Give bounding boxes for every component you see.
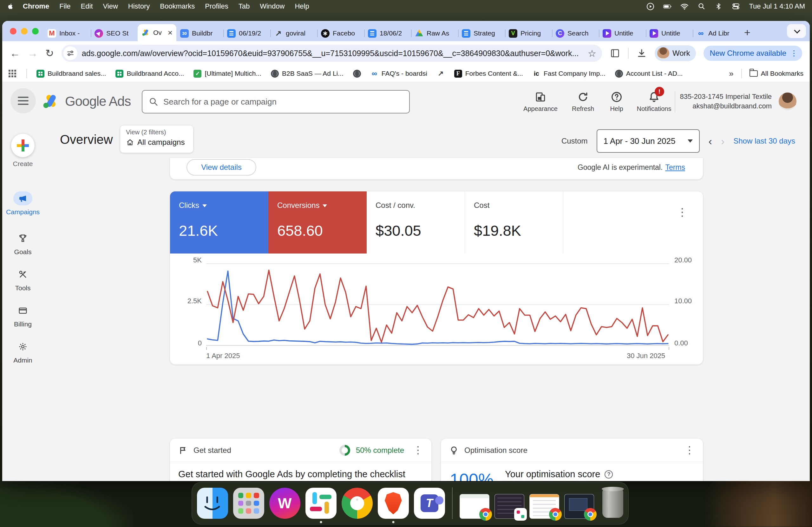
- help-circle-icon[interactable]: ?: [605, 470, 613, 479]
- sidebar-item-billing[interactable]: Billing: [2, 304, 43, 328]
- metric-card-conversions[interactable]: Conversions 658.60: [269, 192, 367, 254]
- menubar-app-name[interactable]: Chrome: [23, 2, 49, 11]
- battery-icon[interactable]: [663, 2, 671, 11]
- browser-tab-5[interactable]: ↗goviral: [270, 25, 317, 41]
- menubar-item-view[interactable]: View: [103, 2, 118, 11]
- dock-minimized-window-0[interactable]: [460, 488, 490, 519]
- bookmarks-overflow-button[interactable]: »: [729, 69, 733, 79]
- address-bar[interactable]: ads.google.com/aw/overview?ocid=10159670…: [61, 45, 602, 62]
- browser-tab-0[interactable]: MInbox -: [44, 25, 91, 41]
- browser-tab-4[interactable]: 06/19/2: [223, 25, 270, 41]
- new-tab-button[interactable]: +: [740, 26, 755, 41]
- account-info[interactable]: 835-203-1745 Imperial Textile akshat@bui…: [680, 92, 772, 111]
- view-details-button[interactable]: View details: [187, 159, 256, 176]
- chrome-update-pill[interactable]: New Chrome available ⋮: [704, 46, 802, 61]
- appearance-button[interactable]: Appearance: [520, 90, 561, 112]
- help-button[interactable]: Help: [596, 90, 637, 112]
- main-menu-button[interactable]: [11, 88, 36, 114]
- browser-tab-10[interactable]: VPricing: [505, 25, 552, 41]
- zoom-window-button[interactable]: [32, 28, 39, 34]
- all-bookmarks-button[interactable]: All Bookmarks: [750, 70, 803, 77]
- menubar-item-history[interactable]: History: [128, 2, 150, 11]
- dock-app-slack[interactable]: [305, 488, 336, 519]
- bookmark-item-5[interactable]: ∞FAQ's - boardsi: [371, 70, 427, 78]
- dock-app-chrome[interactable]: [342, 488, 373, 519]
- card-menu-icon[interactable]: ⋮: [413, 446, 423, 454]
- account-avatar[interactable]: [779, 92, 796, 110]
- terms-link[interactable]: Terms: [665, 163, 685, 172]
- google-ads-logo[interactable]: Google Ads: [42, 92, 131, 110]
- show-last-30-days-link[interactable]: Show last 30 days: [733, 137, 795, 146]
- menubar-item-window[interactable]: Window: [260, 2, 285, 11]
- bookmark-star-icon[interactable]: ☆: [588, 48, 596, 59]
- bookmark-item-8[interactable]: icFast Company Imp...: [533, 70, 606, 78]
- bookmark-item-3[interactable]: B2B SaaS — Ad Li...: [271, 70, 344, 78]
- metric-card-cost-per-conv[interactable]: Cost / conv. $30.05: [367, 192, 465, 254]
- browser-tab-9[interactable]: Strateg: [458, 25, 505, 41]
- menubar-item-edit[interactable]: Edit: [81, 2, 93, 11]
- control-center-icon[interactable]: [732, 2, 740, 11]
- profile-chip[interactable]: Work: [655, 45, 696, 61]
- dock-trash[interactable]: [602, 489, 623, 518]
- sidebar-item-campaigns[interactable]: Campaigns: [2, 192, 43, 216]
- browser-tab-14[interactable]: ∞Ad Libr: [693, 25, 740, 41]
- menubar-item-file[interactable]: File: [59, 2, 70, 11]
- bookmark-item-4[interactable]: [353, 70, 361, 78]
- browser-tab-3[interactable]: 30Buildbr: [176, 25, 223, 41]
- back-button[interactable]: ←: [10, 47, 20, 59]
- dock-app-finder[interactable]: [197, 488, 228, 519]
- dock-app-brave[interactable]: [378, 488, 409, 519]
- dock-minimized-window-1[interactable]: [494, 488, 524, 519]
- tab-search-button[interactable]: [787, 24, 806, 38]
- bookmark-item-0[interactable]: Buildbraand sales...: [37, 70, 106, 78]
- metric-card-cost[interactable]: Cost $19.8K: [465, 192, 563, 254]
- browser-tab-6[interactable]: ∗Facebo: [317, 25, 364, 41]
- browser-tab-1[interactable]: SEO St: [91, 25, 137, 41]
- dock-app-launchpad[interactable]: [233, 488, 264, 519]
- sidebar-item-goals[interactable]: Goals: [2, 231, 43, 256]
- bookmark-item-2[interactable]: ✓[Ultimate] Multich...: [193, 70, 261, 78]
- browser-tab-12[interactable]: Untitle: [599, 25, 646, 41]
- dock-app-wondershare[interactable]: W: [269, 488, 300, 519]
- browser-tab-13[interactable]: Untitle: [646, 25, 693, 41]
- minimize-window-button[interactable]: [21, 28, 28, 34]
- sidebar-item-tools[interactable]: Tools: [2, 268, 43, 292]
- view-filters-chip[interactable]: View (2 filters) All campaigns: [120, 125, 193, 153]
- forward-button[interactable]: →: [28, 47, 38, 59]
- close-window-button[interactable]: [10, 28, 16, 34]
- spotlight-search-icon[interactable]: [697, 2, 706, 11]
- browser-tab-11[interactable]: CSearch: [552, 25, 599, 41]
- date-range-picker[interactable]: 1 Apr - 30 Jun 2025: [597, 129, 700, 153]
- browser-menu-icon[interactable]: ⋮: [790, 50, 798, 56]
- search-input[interactable]: [163, 97, 403, 107]
- reload-button[interactable]: ↻: [45, 47, 54, 59]
- url-text[interactable]: ads.google.com/aw/overview?ocid=10159670…: [82, 49, 583, 58]
- media-play-icon[interactable]: [646, 2, 654, 11]
- bookmark-item-1[interactable]: Buildbraand Acco...: [115, 70, 184, 78]
- bookmark-item-9[interactable]: Account List - AD...: [615, 70, 683, 78]
- dock-minimized-window-3[interactable]: [564, 488, 594, 519]
- apps-grid-icon[interactable]: [9, 70, 16, 77]
- browser-tab-7[interactable]: 18/06/2: [364, 25, 411, 41]
- previous-period-button[interactable]: ‹: [709, 135, 712, 147]
- sidebar-item-create[interactable]: Create: [2, 134, 43, 168]
- downloads-icon[interactable]: [636, 48, 647, 59]
- bookmark-item-7[interactable]: FForbes Content &...: [454, 70, 523, 78]
- wifi-icon[interactable]: [680, 2, 688, 11]
- sidebar-item-admin[interactable]: Admin: [2, 340, 43, 364]
- menubar-item-profiles[interactable]: Profiles: [205, 2, 228, 11]
- menubar-item-tab[interactable]: Tab: [238, 2, 250, 11]
- card-menu-icon[interactable]: ⋮: [677, 208, 688, 216]
- timeseries-chart[interactable]: [206, 260, 669, 347]
- notifications-button[interactable]: ! Notifications: [634, 90, 675, 112]
- menubar-item-help[interactable]: Help: [295, 2, 309, 11]
- site-settings-icon[interactable]: [63, 46, 77, 60]
- side-panel-icon[interactable]: [610, 48, 620, 59]
- apple-menu-icon[interactable]: [7, 2, 14, 11]
- metric-card-clicks[interactable]: Clicks 21.6K: [170, 192, 269, 254]
- menubar-clock[interactable]: Tue Jul 1 4:10 AM: [749, 2, 805, 11]
- bookmark-item-6[interactable]: ↗: [437, 70, 445, 78]
- dock-minimized-window-2[interactable]: [530, 488, 559, 519]
- create-button[interactable]: [11, 134, 34, 157]
- ads-search-box[interactable]: [142, 90, 410, 114]
